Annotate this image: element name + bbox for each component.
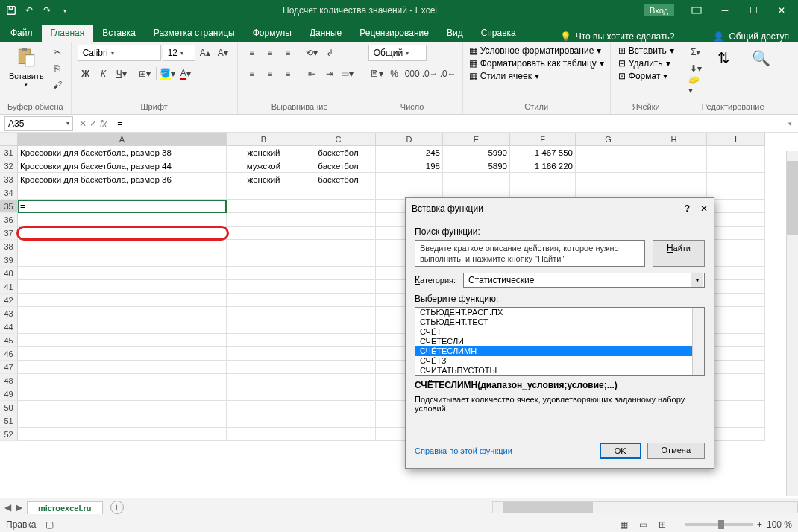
cell[interactable] [18,253,227,267]
cell[interactable] [227,280,301,294]
list-scrollbar[interactable] [692,308,704,375]
cell[interactable] [301,401,376,414]
row-header[interactable]: 50 [0,401,18,414]
orientation-icon[interactable]: ⟲▾ [304,45,320,61]
col-header-I[interactable]: I [707,133,765,146]
cell[interactable] [18,307,227,320]
cell[interactable] [227,347,301,361]
col-header-D[interactable]: D [376,133,443,146]
cell[interactable] [707,173,765,186]
dialog-help-icon[interactable]: ? [685,203,690,214]
font-name-combo[interactable]: Calibri▾ [78,45,161,61]
row-header[interactable]: 43 [0,307,18,320]
cell[interactable] [227,387,301,401]
cell[interactable] [18,401,227,414]
col-header-C[interactable]: C [301,133,376,146]
underline-button[interactable]: Ч▾ [113,66,130,82]
function-list-item[interactable]: СЧЁТ [415,327,704,337]
cell[interactable] [18,280,227,294]
cell[interactable] [707,414,765,428]
align-top-icon[interactable]: ≡ [244,45,260,61]
conditional-format-button[interactable]: ▦Условное форматирование▾ [469,45,602,57]
zoom-out-icon[interactable]: ─ [674,519,681,530]
font-size-combo[interactable]: 12▾ [163,45,195,61]
dialog-close-icon[interactable]: ✕ [700,203,708,214]
cell[interactable] [227,361,301,374]
cell[interactable] [227,227,301,240]
cell[interactable] [227,186,301,200]
cell[interactable] [18,240,227,253]
function-list[interactable]: СТЬЮДЕНТ.РАСП.ПХСТЬЮДЕНТ.ТЕСТСЧЁТСЧЁТЕСЛ… [415,307,705,376]
row-header[interactable]: 45 [0,334,18,347]
cell[interactable] [641,173,707,186]
cell[interactable] [301,213,376,227]
function-list-item[interactable]: СТЬЮДЕНТ.РАСП.ПХ [415,308,704,317]
cell[interactable]: 1 467 550 [510,146,576,159]
grow-font-icon[interactable]: A▴ [197,45,213,61]
row-header[interactable]: 48 [0,374,18,387]
save-icon[interactable] [3,2,19,19]
cell[interactable]: Кроссовки для баскетбола, размер 38 [18,146,227,159]
cell[interactable] [707,267,765,280]
italic-button[interactable]: К [95,66,112,82]
row-header[interactable]: 47 [0,361,18,374]
cancel-button[interactable]: Отмена [647,443,705,459]
tab-data[interactable]: Данные [301,25,351,42]
tell-me[interactable]: Что вы хотите сделать? [576,31,675,42]
function-list-item[interactable]: СЧЁТЕСЛИ [415,337,704,346]
tab-help[interactable]: Справка [472,25,525,42]
cell[interactable]: Кроссовки для баскетбола, размер 44 [18,159,227,173]
cell[interactable] [18,227,227,240]
cell[interactable] [707,334,765,347]
cell[interactable] [707,374,765,387]
tab-insert[interactable]: Вставка [93,25,145,42]
row-header[interactable]: 36 [0,213,18,227]
currency-icon[interactable]: 🖹▾ [368,66,385,82]
row-header[interactable]: 52 [0,428,18,441]
share-button[interactable]: Общий доступ [729,31,789,42]
cell[interactable] [227,401,301,414]
tab-formulas[interactable]: Формулы [244,25,301,42]
cut-icon[interactable]: ✂ [50,45,65,60]
cell[interactable] [18,387,227,401]
bold-button[interactable]: Ж [78,66,94,82]
minimize-icon[interactable]: ─ [711,0,738,21]
tab-layout[interactable]: Разметка страницы [145,25,244,42]
cell[interactable] [227,294,301,307]
normal-view-icon[interactable]: ▦ [616,518,631,531]
cell[interactable] [227,320,301,334]
shrink-font-icon[interactable]: A▾ [215,45,231,61]
cell[interactable] [707,227,765,240]
accept-formula-icon[interactable]: ✓ [89,118,97,129]
sheet-next-icon[interactable]: ▶ [16,502,22,513]
cell[interactable] [576,159,641,173]
row-header[interactable]: 31 [0,146,18,159]
fx-icon[interactable]: fx [100,118,107,129]
cell[interactable] [707,159,765,173]
tab-view[interactable]: Вид [438,25,472,42]
cell[interactable] [18,267,227,280]
cell[interactable] [301,307,376,320]
borders-icon[interactable]: ⊞▾ [136,66,153,82]
zoom-level[interactable]: 100 % [767,519,792,530]
cell[interactable] [227,253,301,267]
cell[interactable]: мужской [227,159,301,173]
expand-fbar-icon[interactable]: ▾ [782,120,798,127]
cell[interactable] [18,320,227,334]
indent-dec-icon[interactable]: ⇤ [304,66,320,82]
cell[interactable] [707,347,765,361]
find-button[interactable]: Найти [653,240,705,267]
tab-file[interactable]: Файл [1,25,42,42]
formula-input[interactable]: = [113,118,782,129]
row-header[interactable]: 40 [0,267,18,280]
wrap-text-icon[interactable]: ↲ [321,45,338,61]
thousands-icon[interactable]: 000 [404,66,421,82]
insert-cells-button[interactable]: ⊞Вставить▾ [617,45,676,57]
horizontal-scrollbar[interactable] [492,501,798,513]
cell[interactable] [707,387,765,401]
cell[interactable] [576,146,641,159]
cell[interactable] [301,347,376,361]
undo-icon[interactable]: ↶ [21,2,37,19]
cell[interactable] [301,186,376,200]
format-table-button[interactable]: ▦Форматировать как таблицу▾ [469,57,604,69]
